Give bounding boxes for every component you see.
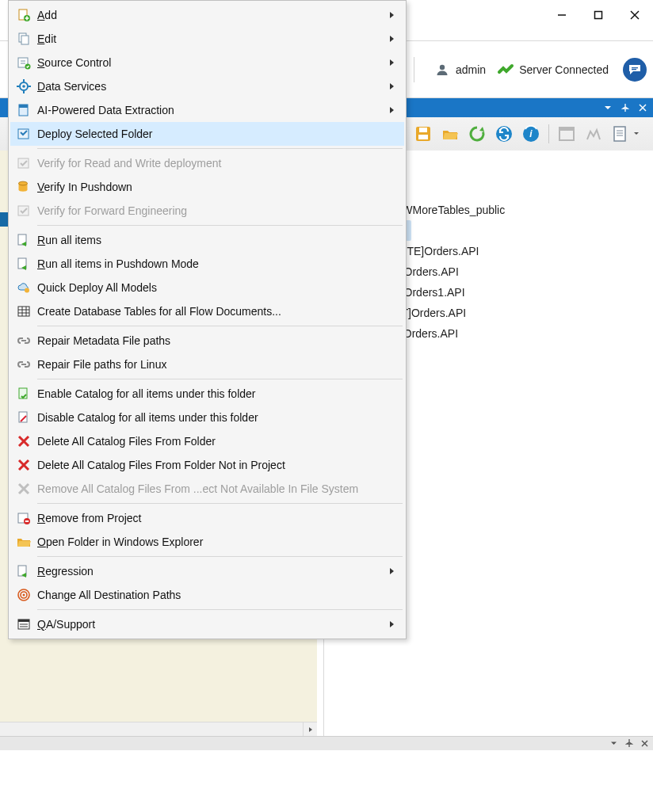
menu-item[interactable]: Open Folder in Windows Explorer [10,530,404,554]
folder-open-icon [10,530,37,554]
page-dropdown[interactable] [633,131,640,137]
menu-item[interactable]: Run all items [10,228,404,252]
svg-rect-87 [18,158,29,168]
svg-rect-16 [559,128,574,131]
minimize-button[interactable] [544,3,580,27]
verify-icon [10,199,37,223]
scroll-right-button[interactable] [303,722,317,736]
horizontal-scrollbar[interactable] [0,722,317,736]
menu-item[interactable]: Edit [10,27,404,51]
svg-rect-94 [18,307,29,316]
menu-item[interactable]: AI-Powered Data Extraction [10,98,404,122]
close-icon [641,740,648,747]
menu-item[interactable]: Verify In Pushdown [10,175,404,199]
chevron-down-icon [604,104,612,112]
menu-item[interactable]: Delete All Catalog Files From Folder Not… [10,453,404,477]
chat-button[interactable] [623,58,647,82]
vertical-dock-tab[interactable] [0,212,8,227]
menu-item[interactable]: Add [10,3,404,27]
close-window-button[interactable] [617,3,653,27]
svg-point-80 [22,85,25,88]
svg-rect-10 [418,135,428,139]
menu-item-label: Run all items [37,234,398,246]
menu-item[interactable]: Quick Deploy All Models [10,276,404,299]
refresh-icon [468,125,486,143]
menu-item[interactable]: Disable Catalog for all items under this… [10,406,404,429]
context-menu: AddEditSource ControlData ServicesAI-Pow… [8,0,407,639]
red-x-icon [10,429,37,453]
menu-separator [37,379,403,379]
svg-rect-76 [21,36,29,44]
menu-item[interactable]: Change All Destination Paths [10,583,404,607]
separator [414,57,414,82]
menu-item[interactable]: Remove from Project [10,506,404,530]
submenu-arrow-icon [387,10,398,21]
pin-icon [625,739,633,747]
svg-rect-11 [419,128,427,132]
menu-item[interactable]: QA/Support [10,612,404,636]
menu-item[interactable]: Create Database Tables for all Flow Docu… [10,299,404,323]
red-x-icon [10,453,37,477]
graph-toolbar-button[interactable] [582,123,605,145]
menu-item-label: Verify In Pushdown [37,181,398,193]
menu-item-label: Create Database Tables for all Flow Docu… [37,305,398,318]
form-icon [10,612,37,636]
close-icon [639,104,647,112]
run-icon [10,252,37,276]
bottom-pin-button[interactable] [625,738,633,749]
menu-item-label: AI-Powered Data Extraction [37,104,387,116]
submenu-arrow-icon [387,81,398,92]
verify-icon [10,151,37,175]
menu-separator [37,503,403,504]
svg-point-112 [23,594,25,597]
menu-item-label: Edit [37,32,387,45]
menu-item[interactable]: Regression [10,559,404,583]
panel-toolbar-button[interactable] [556,123,578,145]
menu-item[interactable]: Repair Metadata File paths [10,329,404,353]
menu-item[interactable]: Enable Catalog for all items under this … [10,382,404,406]
sync-down-icon [495,124,514,143]
link-icon [10,353,37,376]
sync-info-icon: i [521,124,540,143]
menu-item[interactable]: Run all items in Pushdown Mode [10,252,404,276]
menu-item[interactable]: Source Control [10,51,404,74]
user-icon [432,63,453,77]
chat-icon [628,64,641,75]
svg-point-4 [440,64,445,69]
chevron-down-icon [633,131,640,137]
save-toolbar-button[interactable] [412,123,434,145]
maximize-button[interactable] [580,3,617,27]
refresh-toolbar-button[interactable] [466,123,488,145]
gear-icon [10,74,37,98]
panel-pin-button[interactable] [620,102,631,113]
submenu-arrow-icon [387,619,398,630]
menu-item[interactable]: Data Services [10,74,404,98]
menu-item[interactable]: Deploy Selected Folder [10,122,404,146]
catalog-on-icon [10,382,37,406]
copy-icon [10,27,37,51]
submenu-arrow-icon [387,105,398,116]
svg-rect-1 [595,12,602,19]
svg-point-93 [25,288,29,293]
menu-item-label: Quick Deploy All Models [37,281,398,294]
menu-item[interactable]: Repair File paths for Linux [10,353,404,376]
menu-item: Verify for Forward Engineering [10,199,404,223]
menu-item[interactable]: Delete All Catalog Files From Folder [10,429,404,453]
bottom-close-button[interactable] [641,738,648,749]
menu-item-label: Remove All Catalog Files From ...ect Not… [37,482,398,495]
deploy-icon [10,122,37,146]
open-folder-icon [441,125,459,143]
menu-item-label: Regression [37,565,387,578]
open-toolbar-button[interactable] [439,123,461,145]
sync-info-toolbar-button[interactable]: i [520,123,542,145]
page-toolbar-button[interactable] [609,123,632,145]
menu-separator [37,556,403,557]
bottom-dropdown-button[interactable] [610,738,617,749]
svg-rect-6 [632,69,636,70]
panel-close-button[interactable] [637,102,648,113]
menu-item: Verify for Read and Write deployment [10,151,404,175]
panel-dropdown-button[interactable] [602,102,613,113]
sync-down-toolbar-button[interactable] [493,123,515,145]
menu-separator [37,148,403,149]
menu-separator [37,609,403,610]
